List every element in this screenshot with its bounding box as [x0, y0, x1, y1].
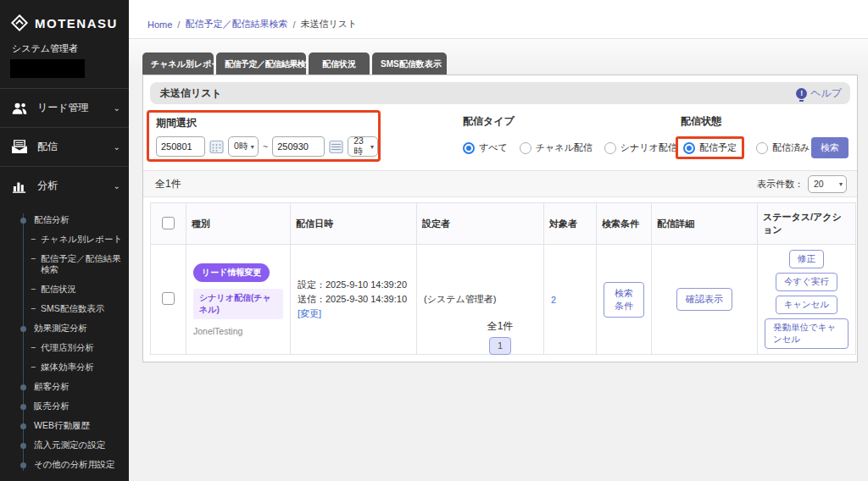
period-label: 期間選択	[156, 116, 378, 130]
start-calendar-icon[interactable]	[209, 139, 224, 154]
column-header: ステータス/アクション	[758, 203, 856, 245]
tab-bar: チャネル別レポート 配信予定／配信結果検索 配信状況 SMS配信数表示	[142, 53, 447, 75]
app-window: MOTENASU システム管理者 リード管理 ⌄ 配信 ⌄	[0, 0, 868, 481]
sidebar-item-analysis[interactable]: 分析 ⌄	[0, 166, 129, 205]
mail-icon	[10, 140, 29, 154]
page-title: 未送信リスト	[160, 86, 222, 101]
delivery-status-filter: 配信状態 配信予定 配信済み	[676, 114, 810, 154]
sidebar-tree-item[interactable]: 代理店別分析	[0, 338, 129, 357]
sidebar-tree-item[interactable]: 効果測定分析	[0, 318, 129, 338]
sidebar-item-label: リード管理	[37, 101, 105, 115]
tab-sms-count[interactable]: SMS配信数表示	[372, 53, 447, 75]
column-header: 配信日時	[291, 203, 417, 245]
sidebar-item-lead-management[interactable]: リード管理 ⌄	[0, 88, 129, 127]
sidebar-item-label: 分析	[37, 179, 105, 193]
fix-button[interactable]: 修正	[789, 250, 824, 268]
pagination-total: 全1件	[143, 319, 857, 334]
sidebar-tree-item[interactable]: 販売分析	[0, 396, 129, 416]
radio-icon	[520, 142, 531, 154]
start-hour-select[interactable]: 0時▾	[228, 136, 259, 157]
radio-selected-icon	[683, 142, 695, 154]
radio-scenario-delivery[interactable]: シナリオ配信	[604, 141, 677, 154]
column-header: 検索条件	[597, 203, 652, 245]
chart-icon	[10, 180, 29, 193]
end-hour-select[interactable]: 23時▾	[348, 136, 378, 157]
sidebar-item-delivery[interactable]: 配信 ⌄	[0, 127, 129, 166]
chevron-down-icon: ▾	[839, 180, 843, 188]
sidebar-tree-item[interactable]: 配信予定／配信結果検索	[0, 249, 129, 279]
page-1-button[interactable]: 1	[489, 337, 511, 355]
column-header: 対象者	[544, 203, 597, 245]
radio-label: シナリオ配信	[620, 141, 677, 154]
chevron-down-icon: ▾	[251, 143, 254, 151]
delivery-status-options: 配信予定 配信済み	[676, 141, 810, 154]
period-controls: 0時▾ ~ 23時▾	[156, 136, 378, 157]
total-count: 全1件	[155, 177, 181, 191]
radio-label: 配信予定	[699, 141, 737, 154]
users-icon	[10, 102, 29, 115]
end-calendar-icon[interactable]	[329, 139, 343, 154]
column-header: 設定者	[417, 203, 544, 245]
sidebar-tree-item[interactable]: WEB行動履歴	[0, 416, 129, 435]
target-count-link[interactable]: 2	[551, 295, 556, 305]
set-datetime: 設定：2025-9-10 14:39:20	[298, 278, 409, 292]
result-count-bar: 全1件 表示件数： 20▾	[143, 170, 857, 197]
sidebar-tree-item[interactable]: 媒体効率分析	[0, 357, 129, 377]
sidebar: MOTENASU システム管理者 リード管理 ⌄ 配信 ⌄	[0, 0, 129, 481]
sidebar-tree-item[interactable]: 流入元測定の設定	[0, 435, 129, 455]
send-datetime: 送信：2025-9-30 14:39:10	[298, 292, 409, 307]
page-size-control: 表示件数： 20▾	[757, 175, 847, 193]
column-header: 種別	[186, 203, 291, 245]
end-date-input[interactable]	[272, 136, 325, 157]
topbar: Home / 配信予定／配信結果検索 / 未送信リスト	[129, 0, 868, 39]
filter-section: 期間選択 0時▾ ~	[143, 104, 857, 170]
range-separator: ~	[263, 141, 268, 152]
sidebar-tree-item[interactable]: その他の分析用設定	[0, 455, 129, 474]
sidebar-tree-item[interactable]: チャネル別レポート	[0, 229, 129, 249]
start-hour-value: 0時	[234, 141, 248, 152]
sidebar-tree-item[interactable]: SMS配信数表示	[0, 299, 129, 318]
brand-logo[interactable]: MOTENASU	[0, 0, 129, 32]
row-checkbox[interactable]	[162, 292, 175, 305]
select-all-checkbox[interactable]	[162, 217, 175, 229]
page-size-value: 20	[814, 179, 824, 189]
scenario-delivery-badge: シナリオ配信(チャネル)	[193, 289, 283, 319]
help-button[interactable]: ! ヘルプ	[796, 86, 842, 101]
analysis-subtree: 配信分析 チャネル別レポート 配信予定／配信結果検索 配信状況 SMS配信数表示…	[0, 205, 129, 481]
tab-delivery-search[interactable]: 配信予定／配信結果検索	[216, 53, 306, 75]
search-condition-button[interactable]: 検索条件	[604, 282, 644, 318]
breadcrumb: Home / 配信予定／配信結果検索 / 未送信リスト	[129, 0, 868, 30]
radio-delivered[interactable]: 配信済み	[756, 141, 810, 154]
end-hour-value: 23時	[353, 135, 370, 158]
page-size-select[interactable]: 20▾	[808, 175, 847, 193]
start-date-input[interactable]	[156, 136, 205, 157]
sidebar-tree-item[interactable]: 顧客分析	[0, 377, 129, 396]
page-size-label: 表示件数：	[757, 178, 804, 191]
breadcrumb-home-link[interactable]: Home	[147, 19, 172, 30]
unsent-list-panel: 未送信リスト ! ヘルプ 期間選択 0時▾	[142, 75, 858, 362]
user-name-redacted	[10, 59, 85, 78]
lead-info-change-badge: リード情報変更	[193, 263, 270, 282]
radio-label: チャネル配信	[536, 141, 593, 154]
motenasu-diamond-icon	[10, 14, 29, 32]
breadcrumb-search-link[interactable]: 配信予定／配信結果検索	[185, 18, 287, 30]
radio-channel-delivery[interactable]: チャネル配信	[520, 141, 593, 154]
run-now-button[interactable]: 今すぐ実行	[776, 273, 837, 291]
delivery-type-options: すべて チャネル配信 シナリオ配信	[463, 141, 677, 154]
select-all-cell	[151, 203, 186, 245]
help-bulb-icon: !	[796, 88, 807, 99]
column-header: 配信詳細	[652, 203, 758, 245]
radio-all[interactable]: すべて	[463, 141, 508, 154]
confirm-display-button[interactable]: 確認表示	[676, 288, 732, 311]
period-filter-highlighted: 期間選択 0時▾ ~	[147, 110, 381, 162]
brand-name: MOTENASU	[35, 16, 118, 30]
tab-channel-report[interactable]: チャネル別レポート	[142, 53, 214, 75]
radio-scheduled[interactable]: 配信予定	[683, 141, 737, 154]
breadcrumb-separator: /	[292, 19, 295, 30]
cancel-button[interactable]: キャンセル	[776, 296, 838, 314]
search-button[interactable]: 検索	[811, 137, 849, 158]
sidebar-tree-item[interactable]: 配信状況	[0, 279, 129, 299]
tab-delivery-status[interactable]: 配信状況	[309, 53, 370, 75]
sidebar-tree-item[interactable]: 配信分析	[0, 210, 129, 229]
change-link[interactable]: [変更]	[298, 308, 321, 318]
